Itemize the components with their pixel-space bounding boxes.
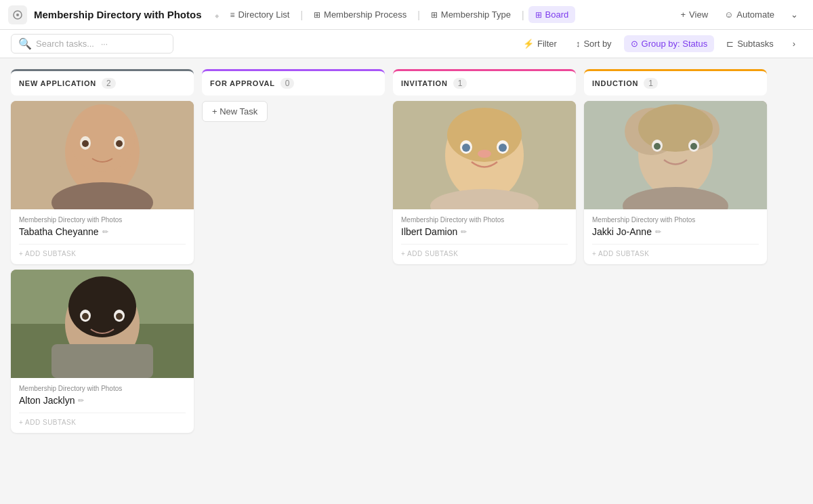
search-icon: 🔍 — [18, 37, 32, 50]
svg-point-13 — [68, 276, 136, 337]
tab-board-label: Board — [545, 9, 569, 20]
column-header-new-application: NEW APPLICATION 2 — [11, 69, 194, 96]
automate-icon: ☺ — [724, 9, 733, 20]
directory-list-icon: ≡ — [230, 10, 235, 20]
search-bar[interactable]: 🔍 Search tasks... ··· — [11, 34, 173, 54]
card-edit-icon-tabatha[interactable]: ✏ — [102, 228, 108, 236]
column-new-application: NEW APPLICATION 2 Membership Dir — [11, 69, 194, 433]
card-project-alton: Membership Directory with Photos — [19, 385, 186, 392]
automate-action[interactable]: ☺ Automate — [717, 6, 781, 23]
svg-point-7 — [82, 140, 89, 147]
tab-directory-list-label: Directory List — [238, 9, 290, 20]
col-count-new-application: 2 — [102, 78, 116, 89]
search-input-placeholder: Search tasks... — [36, 39, 94, 49]
view-label: View — [689, 9, 708, 20]
filter-label: Filter — [537, 39, 557, 49]
card-name-alton: Alton Jacklyn ✏ — [19, 395, 186, 406]
column-for-approval: FOR APPROVAL 0 + New Task — [202, 69, 385, 122]
subtasks-label: Subtasks — [737, 39, 773, 49]
card-ilbert[interactable]: Membership Directory with Photos Ilbert … — [393, 101, 576, 264]
svg-point-32 — [638, 104, 713, 152]
group-label: Group by: Status — [642, 39, 708, 49]
toolbar: 🔍 Search tasks... ··· ⚡ Filter ↕ Sort by… — [0, 30, 813, 58]
svg-point-1 — [16, 14, 19, 16]
card-photo-jakki — [584, 101, 767, 209]
svg-point-35 — [654, 143, 661, 150]
new-task-button[interactable]: + New Task — [202, 101, 268, 122]
col-count-invitation: 1 — [453, 78, 467, 89]
card-project-jakki: Membership Directory with Photos — [592, 216, 759, 224]
card-edit-icon-alton[interactable]: ✏ — [78, 396, 84, 405]
card-subtask-ilbert[interactable]: + ADD SUBTASK — [401, 244, 568, 257]
nav-divider-2: | — [300, 9, 303, 20]
svg-point-36 — [690, 143, 697, 150]
group-status-button[interactable]: ⊙ Group by: Status — [624, 35, 715, 52]
tab-board[interactable]: ⊞ Board — [528, 6, 576, 23]
card-body-jakki: Membership Directory with Photos Jakki J… — [584, 209, 767, 264]
card-body-tabatha: Membership Directory with Photos Tabatha… — [11, 209, 194, 264]
membership-process-icon: ⊞ — [314, 10, 320, 20]
card-project-ilbert: Membership Directory with Photos — [401, 216, 568, 224]
column-induction: INDUCTION 1 — [584, 69, 767, 264]
svg-point-24 — [462, 144, 470, 152]
col-count-induction: 1 — [644, 78, 658, 89]
filter-icon: ⚡ — [523, 39, 534, 49]
sort-label: Sort by — [583, 39, 611, 49]
tab-membership-process[interactable]: ⊞ Membership Process — [307, 6, 413, 23]
more-nav-action[interactable]: ⌄ — [784, 6, 805, 23]
top-nav: Membership Directory with Photos ⬥ ≡ Dir… — [0, 0, 813, 30]
card-name-tabatha: Tabatha Cheyanne ✏ — [19, 226, 186, 237]
card-jakki[interactable]: Membership Directory with Photos Jakki J… — [584, 101, 767, 264]
card-project-tabatha: Membership Directory with Photos — [19, 216, 186, 224]
membership-type-icon: ⊞ — [431, 10, 438, 20]
subtasks-button[interactable]: ⊏ Subtasks — [720, 35, 780, 52]
card-body-ilbert: Membership Directory with Photos Ilbert … — [393, 209, 576, 264]
tab-membership-process-label: Membership Process — [324, 9, 406, 20]
board: NEW APPLICATION 2 Membership Dir — [0, 58, 813, 504]
card-edit-icon-ilbert[interactable]: ✏ — [461, 228, 467, 236]
group-icon: ⊙ — [631, 39, 638, 49]
sort-button[interactable]: ↕ Sort by — [569, 35, 619, 52]
svg-point-25 — [499, 144, 507, 152]
column-header-induction: INDUCTION 1 — [584, 69, 767, 96]
board-icon: ⊞ — [535, 10, 542, 20]
card-alton[interactable]: Membership Directory with Photos Alton J… — [11, 270, 194, 433]
filter-button[interactable]: ⚡ Filter — [516, 35, 564, 52]
search-more-icon: ··· — [101, 39, 108, 49]
col-title-new-application: NEW APPLICATION — [19, 79, 96, 87]
card-name-ilbert: Ilbert Damion ✏ — [401, 226, 568, 237]
col-title-invitation: INVITATION — [401, 79, 448, 87]
subtasks-icon: ⊏ — [726, 39, 734, 49]
card-photo-tabatha — [11, 101, 194, 209]
more-toolbar-icon: › — [793, 39, 795, 49]
nav-divider-3: | — [417, 9, 420, 20]
card-edit-icon-jakki[interactable]: ✏ — [655, 228, 661, 236]
card-body-alton: Membership Directory with Photos Alton J… — [11, 378, 194, 433]
view-action[interactable]: + View — [674, 6, 715, 23]
sort-icon: ↕ — [576, 39, 581, 49]
svg-point-16 — [82, 313, 89, 320]
app-icon — [8, 5, 27, 24]
column-invitation: INVITATION 1 Membersh — [393, 69, 576, 264]
col-count-for-approval: 0 — [280, 78, 295, 89]
svg-point-17 — [116, 313, 123, 320]
svg-point-26 — [478, 150, 491, 158]
more-toolbar-button[interactable]: › — [786, 35, 802, 52]
new-task-container: + New Task — [202, 101, 385, 122]
card-subtask-alton[interactable]: + ADD SUBTASK — [19, 413, 186, 426]
column-header-invitation: INVITATION 1 — [393, 69, 576, 96]
automate-label: Automate — [736, 9, 774, 20]
view-plus-icon: + — [681, 9, 686, 20]
card-photo-ilbert — [393, 101, 576, 209]
card-subtask-jakki[interactable]: + ADD SUBTASK — [592, 244, 759, 257]
tab-membership-type[interactable]: ⊞ Membership Type — [424, 6, 518, 23]
more-nav-icon: ⌄ — [791, 9, 798, 20]
svg-rect-18 — [51, 344, 153, 378]
col-title-for-approval: FOR APPROVAL — [210, 79, 275, 87]
card-subtask-tabatha[interactable]: + ADD SUBTASK — [19, 244, 186, 257]
tab-membership-type-label: Membership Type — [441, 9, 511, 20]
tab-directory-list[interactable]: ≡ Directory List — [224, 6, 297, 23]
card-tabatha[interactable]: Membership Directory with Photos Tabatha… — [11, 101, 194, 264]
card-name-jakki: Jakki Jo-Anne ✏ — [592, 226, 759, 237]
card-photo-alton — [11, 270, 194, 378]
